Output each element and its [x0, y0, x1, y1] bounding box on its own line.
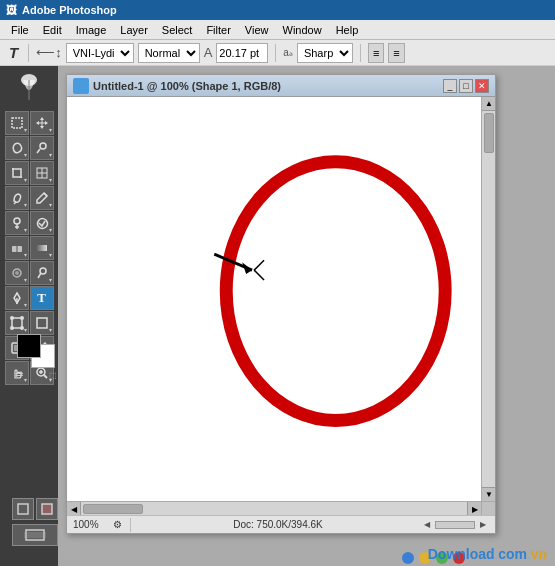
- tool-group-pen: ▾ T: [3, 286, 55, 310]
- foreground-color-swatch[interactable]: [17, 334, 41, 358]
- watermark-com: com: [498, 546, 527, 562]
- svg-rect-26: [37, 318, 47, 328]
- svg-point-17: [15, 271, 19, 275]
- status-nav-buttons: ◀ ▶: [421, 519, 489, 531]
- size-icon: A: [204, 45, 213, 60]
- main-area: ▾ ▾ ▾ ▾ ▾ ▾: [0, 66, 555, 566]
- options-bar: T ⟵↕ VNI-Lydi Normal A aₐ Sharp ≡ ≡: [0, 40, 555, 66]
- app-title: Adobe Photoshop: [22, 4, 117, 16]
- svg-rect-36: [18, 504, 28, 514]
- font-family-select[interactable]: VNI-Lydi: [66, 43, 134, 63]
- document-status-bar: 100% ⚙ Doc: 750.0K/394.6K ◀ ▶: [67, 515, 495, 533]
- menu-image[interactable]: Image: [69, 22, 114, 38]
- nav-right-button[interactable]: ▶: [477, 519, 489, 531]
- dot-blue: [402, 552, 414, 564]
- align-center-button[interactable]: ≡: [388, 43, 404, 63]
- minimize-button[interactable]: _: [443, 79, 457, 93]
- tool-gradient[interactable]: ▾: [30, 236, 54, 260]
- watermark-dl: Download: [428, 546, 495, 562]
- svg-line-19: [38, 273, 41, 278]
- menu-view[interactable]: View: [238, 22, 276, 38]
- mode-buttons: [12, 498, 58, 546]
- screen-mode-row: [12, 524, 58, 546]
- doc-info: Doc: 750.0K/394.6K: [135, 519, 421, 530]
- vertical-scrollbar[interactable]: ▲ ▼: [481, 97, 495, 501]
- tool-group-blur: ▾ ▾: [3, 261, 55, 285]
- antialiasing-select[interactable]: Sharp: [297, 43, 353, 63]
- tool-spot-heal[interactable]: ▾: [5, 186, 29, 210]
- document-canvas[interactable]: ▲ ▼ ◀ ▶: [67, 97, 495, 515]
- zoom-level: 100%: [73, 519, 113, 530]
- tool-group-lasso: ▾ ▾: [3, 136, 55, 160]
- toolbar-logo: [7, 70, 51, 106]
- vertical-scroll-thumb[interactable]: [484, 113, 494, 153]
- tool-eraser[interactable]: ▾: [5, 236, 29, 260]
- tool-lasso[interactable]: ▾: [5, 136, 29, 160]
- tool-brush[interactable]: ▾: [30, 186, 54, 210]
- close-button[interactable]: ✕: [475, 79, 489, 93]
- tool-path-selection[interactable]: ▾: [5, 311, 29, 335]
- scroll-indicator[interactable]: [435, 521, 475, 529]
- horizontal-scrollbar[interactable]: ◀ ▶: [67, 501, 481, 515]
- svg-rect-2: [12, 118, 22, 128]
- quick-mask-button[interactable]: [36, 498, 58, 520]
- tool-text[interactable]: T: [30, 286, 54, 310]
- document-title-bar: Untitled-1 @ 100% (Shape 1, RGB/8) _ □ ✕: [67, 75, 495, 97]
- tool-history-brush[interactable]: ▾: [30, 211, 54, 235]
- tool-group-crop: ▾ ▾: [3, 161, 55, 185]
- canvas-svg: [67, 97, 481, 501]
- separator3: [360, 44, 361, 62]
- align-left-button[interactable]: ≡: [368, 43, 384, 63]
- tool-pen[interactable]: ▾: [5, 286, 29, 310]
- toolbar: ▾ ▾ ▾ ▾ ▾ ▾: [0, 66, 58, 566]
- horizontal-scroll-thumb[interactable]: [83, 504, 143, 514]
- separator: [28, 44, 29, 62]
- maximize-button[interactable]: □: [459, 79, 473, 93]
- tool-shape[interactable]: ▾: [30, 311, 54, 335]
- tool-crop[interactable]: ▾: [5, 161, 29, 185]
- watermark-vn: vn: [531, 546, 547, 562]
- zoom-options-icon[interactable]: ⚙: [113, 519, 122, 530]
- nav-left-button[interactable]: ◀: [421, 519, 433, 531]
- watermark: Download.com.vn: [428, 546, 547, 562]
- menu-window[interactable]: Window: [276, 22, 329, 38]
- svg-point-22: [10, 316, 14, 320]
- standard-mode-button[interactable]: [12, 498, 34, 520]
- tool-group-shape: ▾ ▾: [3, 311, 55, 335]
- menu-file[interactable]: File: [4, 22, 36, 38]
- screen-mode-button[interactable]: [12, 524, 58, 546]
- tool-blur[interactable]: ▾: [5, 261, 29, 285]
- tool-magic-wand[interactable]: ▾: [30, 136, 54, 160]
- svg-rect-40: [67, 107, 481, 491]
- svg-rect-15: [37, 245, 47, 251]
- menu-select[interactable]: Select: [155, 22, 200, 38]
- tool-move[interactable]: ▾: [30, 111, 54, 135]
- mask-mode-row: [12, 498, 58, 520]
- svg-rect-37: [42, 504, 52, 514]
- menu-layer[interactable]: Layer: [113, 22, 155, 38]
- tool-dodge[interactable]: ▾: [30, 261, 54, 285]
- menu-help[interactable]: Help: [329, 22, 366, 38]
- reset-colors-icon[interactable]: ⬚: [49, 371, 57, 380]
- tool-slice[interactable]: ▾: [30, 161, 54, 185]
- svg-rect-39: [24, 532, 46, 538]
- svg-rect-21: [12, 318, 22, 328]
- svg-line-4: [37, 149, 40, 153]
- orientation-icon[interactable]: ⟵↕: [36, 45, 62, 60]
- font-style-select[interactable]: Normal: [138, 43, 200, 63]
- svg-line-9: [44, 193, 47, 196]
- canvas-content: [67, 97, 481, 501]
- tool-clone-stamp[interactable]: ▾: [5, 211, 29, 235]
- type-tool-indicator: T: [6, 44, 21, 61]
- swap-colors-icon[interactable]: ⇄: [15, 369, 23, 380]
- svg-point-23: [20, 316, 24, 320]
- menu-filter[interactable]: Filter: [199, 22, 237, 38]
- title-bar: 🖼 Adobe Photoshop: [0, 0, 555, 20]
- tool-rectangular-marquee[interactable]: ▾: [5, 111, 29, 135]
- menu-edit[interactable]: Edit: [36, 22, 69, 38]
- tool-group-selection: ▾ ▾: [3, 111, 55, 135]
- svg-point-3: [40, 143, 46, 149]
- scroll-corner: [481, 501, 495, 515]
- status-divider: [130, 518, 131, 532]
- font-size-input[interactable]: [216, 43, 268, 63]
